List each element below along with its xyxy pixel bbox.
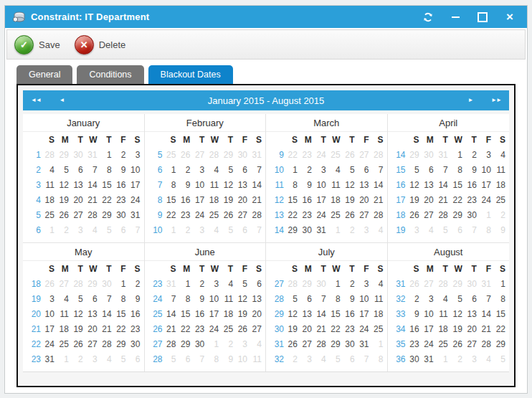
day-cell[interactable]: 23	[178, 208, 192, 223]
day-cell[interactable]: 6	[71, 163, 85, 178]
day-cell[interactable]: 2	[407, 292, 422, 307]
day-cell[interactable]: 21	[371, 193, 386, 208]
day-cell[interactable]: 9	[221, 352, 235, 367]
day-cell[interactable]: 7	[164, 292, 179, 307]
day-cell[interactable]: 29	[285, 223, 300, 238]
day-cell[interactable]: 1	[436, 352, 450, 367]
day-cell[interactable]: 26	[450, 337, 465, 352]
day-cell[interactable]: 31	[42, 352, 57, 367]
day-cell[interactable]: 1	[479, 208, 493, 223]
day-cell[interactable]: 5	[100, 223, 114, 238]
day-cell[interactable]: 4	[85, 223, 100, 238]
day-cell[interactable]: 30	[465, 208, 479, 223]
day-cell[interactable]: 27	[250, 322, 264, 337]
delete-button[interactable]: ✕ Delete	[75, 35, 126, 55]
day-cell[interactable]: 27	[57, 277, 71, 292]
day-cell[interactable]: 4	[493, 148, 508, 163]
day-cell[interactable]: 9	[343, 292, 357, 307]
day-cell[interactable]: 27	[422, 277, 436, 292]
day-cell[interactable]: 7	[100, 292, 114, 307]
day-cell[interactable]: 29	[407, 148, 422, 163]
day-cell[interactable]: 26	[235, 322, 250, 337]
day-cell[interactable]: 25	[57, 337, 71, 352]
day-cell[interactable]: 1	[285, 163, 300, 178]
fast-prev-arrow-icon[interactable]: ◄◄	[30, 90, 42, 110]
day-cell[interactable]: 13	[357, 178, 371, 193]
close-button[interactable]: ×	[504, 11, 516, 23]
day-cell[interactable]: 3	[85, 352, 100, 367]
day-cell[interactable]: 14	[314, 307, 328, 322]
day-cell[interactable]: 27	[71, 208, 85, 223]
day-cell[interactable]: 29	[57, 148, 71, 163]
day-cell[interactable]: 31	[128, 208, 143, 223]
day-cell[interactable]: 21	[314, 322, 328, 337]
day-cell[interactable]: 10	[192, 178, 206, 193]
day-cell[interactable]: 3	[357, 277, 371, 292]
day-cell[interactable]: 12	[71, 307, 85, 322]
day-cell[interactable]: 27	[235, 208, 250, 223]
day-cell[interactable]: 12	[221, 178, 235, 193]
day-cell[interactable]: 14	[85, 178, 100, 193]
day-cell[interactable]: 26	[71, 337, 85, 352]
day-cell[interactable]: 18	[57, 322, 71, 337]
day-cell[interactable]: 8	[206, 352, 221, 367]
day-cell[interactable]: 11	[328, 178, 343, 193]
day-cell[interactable]: 7	[479, 292, 493, 307]
day-cell[interactable]: 11	[250, 352, 264, 367]
day-cell[interactable]: 27	[300, 337, 314, 352]
day-cell[interactable]: 2	[71, 352, 85, 367]
day-cell[interactable]: 17	[128, 178, 143, 193]
day-cell[interactable]: 31	[314, 223, 328, 238]
day-cell[interactable]: 25	[436, 337, 450, 352]
day-cell[interactable]: 13	[71, 178, 85, 193]
day-cell[interactable]: 17	[422, 322, 436, 337]
day-cell[interactable]: 16	[343, 307, 357, 322]
day-cell[interactable]: 5	[235, 277, 250, 292]
day-cell[interactable]: 19	[343, 193, 357, 208]
day-cell[interactable]: 20	[235, 193, 250, 208]
day-cell[interactable]: 3	[192, 163, 206, 178]
day-cell[interactable]: 1	[493, 277, 508, 292]
day-cell[interactable]: 26	[42, 277, 57, 292]
day-cell[interactable]: 10	[422, 307, 436, 322]
day-cell[interactable]: 29	[114, 337, 128, 352]
day-cell[interactable]: 11	[371, 292, 386, 307]
day-cell[interactable]: 13	[422, 178, 436, 193]
day-cell[interactable]: 3	[407, 223, 422, 238]
day-cell[interactable]: 23	[300, 208, 314, 223]
day-cell[interactable]: 3	[206, 277, 221, 292]
save-button[interactable]: ✓ Save	[14, 35, 60, 55]
tab-conditions[interactable]: Conditions	[77, 65, 143, 84]
day-cell[interactable]: 2	[300, 163, 314, 178]
day-cell[interactable]: 9	[114, 163, 128, 178]
day-cell[interactable]: 7	[250, 163, 264, 178]
day-cell[interactable]: 14	[250, 178, 264, 193]
day-cell[interactable]: 17	[314, 193, 328, 208]
day-cell[interactable]: 6	[235, 223, 250, 238]
day-cell[interactable]: 21	[436, 193, 450, 208]
day-cell[interactable]: 9	[178, 178, 192, 193]
day-cell[interactable]: 1	[371, 337, 386, 352]
day-cell[interactable]: 6	[343, 352, 357, 367]
day-cell[interactable]: 8	[100, 163, 114, 178]
day-cell[interactable]: 15	[328, 307, 343, 322]
day-cell[interactable]: 24	[192, 208, 206, 223]
day-cell[interactable]: 5	[407, 163, 422, 178]
day-cell[interactable]: 13	[235, 178, 250, 193]
day-cell[interactable]: 24	[128, 193, 143, 208]
day-cell[interactable]: 31	[422, 352, 436, 367]
day-cell[interactable]: 28	[85, 208, 100, 223]
day-cell[interactable]: 2	[114, 148, 128, 163]
day-cell[interactable]: 2	[343, 277, 357, 292]
day-cell[interactable]: 25	[493, 193, 508, 208]
day-cell[interactable]: 6	[465, 292, 479, 307]
day-cell[interactable]: 13	[250, 292, 264, 307]
maximize-button[interactable]	[477, 11, 488, 23]
day-cell[interactable]: 22	[285, 208, 300, 223]
day-cell[interactable]: 19	[450, 322, 465, 337]
day-cell[interactable]: 12	[285, 307, 300, 322]
day-cell[interactable]: 4	[314, 352, 328, 367]
day-cell[interactable]: 20	[465, 322, 479, 337]
day-cell[interactable]: 30	[314, 277, 328, 292]
day-cell[interactable]: 15	[285, 193, 300, 208]
